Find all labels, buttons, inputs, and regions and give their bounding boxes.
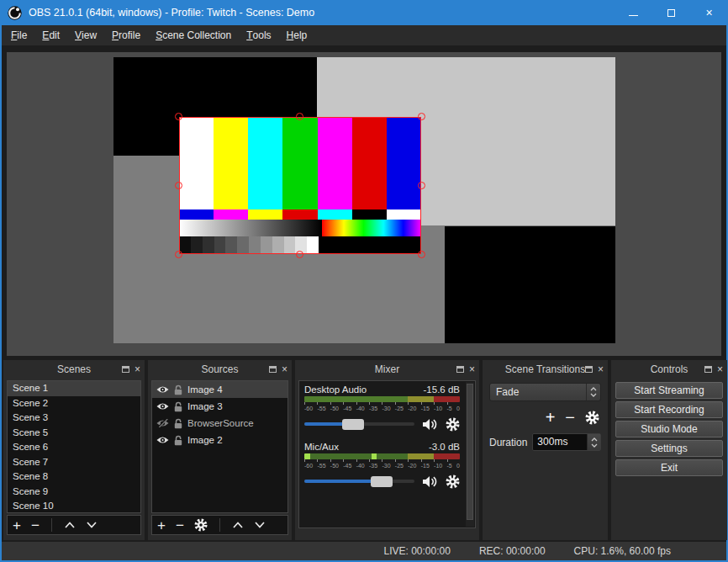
source-item[interactable]: Image 3 — [152, 398, 288, 415]
channel-label: Desktop Audio — [304, 384, 367, 395]
float-panel-icon[interactable] — [269, 366, 277, 373]
meter-scale: -60-55-50-45-40-35-30-25-20-15-10-50 — [304, 406, 460, 411]
channel-db-value: -3.0 dB — [429, 442, 460, 452]
lock-icon[interactable] — [173, 418, 183, 429]
resize-handle-bottomleft[interactable] — [175, 251, 182, 258]
channel-settings-gear-icon[interactable] — [446, 417, 460, 432]
close-panel-icon[interactable]: × — [282, 364, 288, 374]
selected-source-colorbars[interactable] — [179, 117, 421, 254]
speaker-icon[interactable] — [422, 475, 438, 488]
add-scene-button[interactable]: + — [13, 518, 21, 533]
visibility-eye-icon[interactable] — [156, 402, 169, 411]
resize-handle-bottom[interactable] — [296, 251, 303, 258]
resize-handle-left[interactable] — [175, 182, 182, 189]
remove-scene-button[interactable]: − — [31, 518, 40, 533]
speaker-icon[interactable] — [422, 418, 438, 431]
sources-panel-header[interactable]: Sources × — [148, 360, 292, 379]
close-panel-icon[interactable]: × — [717, 364, 723, 374]
add-source-button[interactable]: + — [157, 518, 166, 533]
colorbars-main — [179, 117, 421, 209]
scene-item[interactable]: Scene 9 — [8, 485, 140, 500]
scene-item[interactable]: Scene 10 — [8, 499, 140, 513]
visibility-eye-icon[interactable] — [156, 436, 169, 444]
resize-handle-topright[interactable] — [418, 113, 425, 120]
volume-slider-handle[interactable] — [371, 476, 393, 487]
scene-item[interactable]: Scene 8 — [8, 469, 140, 485]
float-panel-icon[interactable] — [585, 366, 593, 373]
channel-db-value: -15.6 dB — [424, 384, 460, 395]
minimize-button[interactable] — [615, 0, 652, 25]
mixer-scrollbar-thumb[interactable] — [467, 384, 473, 520]
visibility-eye-icon[interactable] — [156, 385, 169, 394]
scene-item[interactable]: Scene 2 — [8, 396, 140, 411]
settings-button[interactable]: Settings — [615, 440, 723, 457]
source-item[interactable]: BrowserSource — [152, 415, 288, 432]
source-item[interactable]: Image 4 — [152, 381, 288, 398]
transitions-panel-header[interactable]: Scene Transitions × — [483, 360, 608, 379]
float-panel-icon[interactable] — [456, 366, 464, 373]
move-source-up-button[interactable] — [232, 521, 244, 529]
scene-item[interactable]: Scene 5 — [8, 426, 140, 441]
mixer-scrollbar[interactable] — [466, 382, 474, 527]
exit-button[interactable]: Exit — [615, 459, 723, 476]
scene-item[interactable]: Scene 6 — [8, 440, 140, 455]
float-panel-icon[interactable] — [122, 366, 129, 373]
combo-spinner[interactable] — [586, 384, 600, 400]
sources-list[interactable]: Image 4 Image 3 BrowserSource Image 2 — [151, 380, 288, 513]
menu-edit[interactable]: Edit — [34, 25, 67, 45]
meter-scale: -60-55-50-45-40-35-30-25-20-15-10-50 — [304, 463, 460, 469]
controls-panel-header[interactable]: Controls × — [611, 360, 727, 379]
menu-profile[interactable]: Profile — [104, 25, 148, 45]
start-streaming-button[interactable]: Start Streaming — [615, 382, 723, 399]
maximize-button[interactable] — [652, 0, 690, 25]
studio-mode-button[interactable]: Studio Mode — [615, 421, 723, 437]
resize-handle-top[interactable] — [296, 113, 303, 120]
scene-item[interactable]: Scene 7 — [8, 455, 140, 470]
menu-help[interactable]: Help — [279, 25, 315, 45]
volume-slider-handle[interactable] — [342, 419, 364, 430]
duration-spinner[interactable] — [587, 434, 600, 450]
visibility-eye-off-icon[interactable] — [156, 419, 169, 427]
resize-handle-bottomright[interactable] — [418, 251, 425, 258]
volume-slider[interactable] — [304, 480, 414, 483]
source-properties-gear-icon[interactable] — [194, 518, 208, 532]
close-icon: × — [705, 7, 712, 19]
move-source-down-button[interactable] — [254, 521, 266, 529]
close-panel-icon[interactable]: × — [135, 364, 140, 374]
lock-icon[interactable] — [173, 435, 183, 446]
transition-properties-gear-icon[interactable] — [585, 411, 599, 425]
menu-scene-collection[interactable]: Scene Collection — [148, 25, 239, 45]
resize-handle-right[interactable] — [418, 182, 425, 189]
channel-settings-gear-icon[interactable] — [446, 475, 460, 489]
scene-transitions-panel: Scene Transitions × Fade + − — [483, 360, 608, 540]
resize-handle-topleft[interactable] — [175, 113, 182, 120]
float-panel-icon[interactable] — [704, 366, 712, 373]
transition-select[interactable]: Fade — [489, 383, 601, 401]
scenes-panel-header[interactable]: Scenes × — [3, 360, 145, 379]
lock-icon[interactable] — [173, 384, 183, 395]
lock-icon[interactable] — [173, 401, 183, 412]
close-button[interactable]: × — [690, 0, 728, 25]
scene-item[interactable]: Scene 1 — [8, 381, 140, 396]
duration-spinbox[interactable]: 300ms — [532, 433, 601, 451]
start-recording-button[interactable]: Start Recording — [615, 401, 723, 418]
remove-transition-button[interactable]: − — [565, 409, 575, 426]
mixer-panel-header[interactable]: Mixer × — [295, 360, 479, 379]
move-scene-up-button[interactable] — [64, 521, 76, 529]
volume-slider[interactable] — [304, 422, 414, 426]
menu-tools[interactable]: Tools — [239, 25, 278, 45]
scene-block-black-bottomright[interactable] — [445, 226, 615, 343]
add-transition-button[interactable]: + — [546, 409, 556, 426]
close-panel-icon[interactable]: × — [598, 364, 604, 374]
menu-file[interactable]: File — [3, 25, 34, 45]
obs-logo-icon — [8, 6, 22, 20]
scene-canvas[interactable] — [113, 57, 615, 343]
close-panel-icon[interactable]: × — [469, 364, 475, 374]
scenes-list[interactable]: Scene 1 Scene 2 Scene 3 Scene 5 Scene 6 … — [7, 380, 141, 513]
move-scene-down-button[interactable] — [86, 521, 98, 529]
scene-item[interactable]: Scene 3 — [8, 411, 140, 426]
menu-view[interactable]: View — [67, 25, 104, 45]
titlebar[interactable]: OBS 21.0.1 (64bit, windows) - Profile: T… — [0, 0, 728, 25]
remove-source-button[interactable]: − — [176, 518, 184, 533]
source-item[interactable]: Image 2 — [152, 432, 288, 448]
